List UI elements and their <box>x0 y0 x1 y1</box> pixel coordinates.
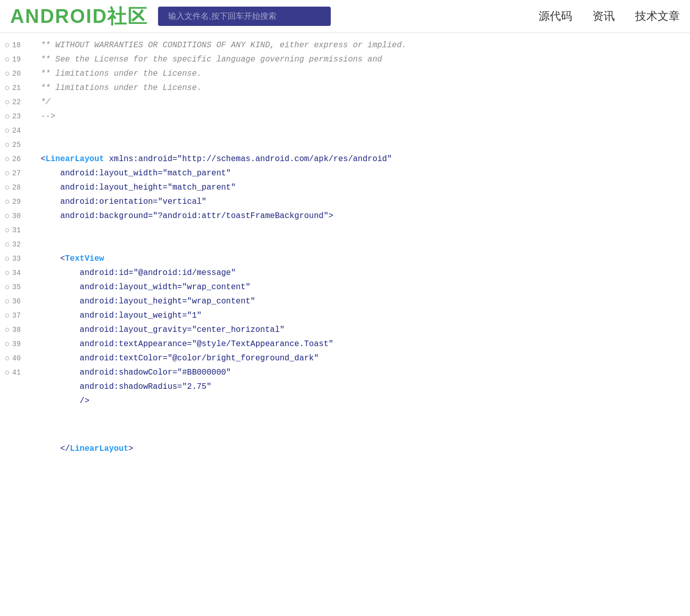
code-text: android:layout_width="wrap_content" <box>41 280 250 294</box>
code-text: android:layout_width="match_parent" <box>41 166 231 180</box>
code-text: android:shadowRadius="2.75" <box>41 380 211 394</box>
code-text: android:shadowColor="#BB000000" <box>41 365 231 380</box>
line-bullet <box>5 186 9 190</box>
line-bullet <box>5 157 9 161</box>
line-numbers: 18 19 20 21 22 23 24 25 26 27 28 29 30 3… <box>0 38 36 456</box>
code-text: LinearLayout <box>70 442 129 456</box>
code-text: TextView <box>65 252 104 266</box>
code-text: LinearLayout <box>46 152 104 166</box>
code-line-extra1: android:shadowRadius="2.75" <box>41 380 685 394</box>
code-line-26: <LinearLayout xmlns:android="http://sche… <box>41 152 685 166</box>
line-bullet <box>5 214 9 218</box>
line-bullet <box>5 171 9 175</box>
line-number-row: 36 <box>5 294 30 309</box>
code-text: android:layout_weight="1" <box>41 309 202 323</box>
code-text: android:id="@android:id/message" <box>41 266 236 280</box>
code-line-34: android:id="@android:id/message" <box>41 266 685 280</box>
line-number-row: 29 <box>5 195 30 209</box>
line-number-row: 33 <box>5 252 30 266</box>
code-text: xmlns:android="http://schemas.android.co… <box>104 152 392 166</box>
code-text: </ <box>41 442 70 456</box>
code-line-19: ** See the License for the specific lang… <box>41 52 685 67</box>
line-number-row: 26 <box>5 152 30 166</box>
code-line-28: android:layout_height="match_parent" <box>41 180 685 195</box>
code-text: android:layout_height="match_parent" <box>41 180 236 195</box>
line-bullet <box>5 314 9 318</box>
code-line-36: android:layout_height="wrap_content" <box>41 294 685 309</box>
code-line-30: android:background="?android:attr/toastF… <box>41 209 685 223</box>
code-line-18: ** WITHOUT WARRANTIES OR CONDITIONS OF A… <box>41 38 685 52</box>
code-text: ** limitations under the License. <box>41 81 202 95</box>
code-line-33: <TextView <box>41 252 685 266</box>
line-number-row: 40 <box>5 351 30 365</box>
line-bullet <box>5 242 9 247</box>
code-text: android:textColor="@color/bright_foregro… <box>41 351 319 365</box>
code-line-close: </LinearLayout> <box>41 442 685 456</box>
line-number-row: 20 <box>5 67 30 81</box>
code-text: */ <box>41 95 50 109</box>
code-line-41: android:shadowColor="#BB000000" <box>41 365 685 380</box>
line-bullet <box>5 285 9 289</box>
line-number-row: 18 <box>5 38 30 52</box>
nav-source-code[interactable]: 源代码 <box>539 9 572 24</box>
code-text: < <box>41 152 46 166</box>
nav-news[interactable]: 资讯 <box>592 9 615 24</box>
nav-articles[interactable]: 技术文章 <box>635 9 680 24</box>
code-text: /> <box>41 394 89 408</box>
line-bullet <box>5 100 9 104</box>
line-number-row: 19 <box>5 52 30 67</box>
line-bullet <box>5 299 9 303</box>
code-line-extra4 <box>41 422 685 437</box>
line-bullet <box>5 86 9 90</box>
code-line-27: android:layout_width="match_parent" <box>41 166 685 180</box>
line-number-row: 28 <box>5 180 30 195</box>
line-bullet <box>5 200 9 204</box>
line-bullet <box>5 57 9 61</box>
code-text: --> <box>41 109 55 124</box>
line-bullet <box>5 228 9 232</box>
code-line-32 <box>41 237 685 252</box>
code-text: > <box>129 442 134 456</box>
line-bullet <box>5 257 9 261</box>
code-text: ** limitations under the License. <box>41 67 202 81</box>
line-number-row: 35 <box>5 280 30 294</box>
line-number-row: 24 <box>5 124 30 138</box>
code-line-29: android:orientation="vertical" <box>41 195 685 209</box>
line-number-row: 31 <box>5 223 30 237</box>
line-number-row: 23 <box>5 109 30 124</box>
code-content: ** WITHOUT WARRANTIES OR CONDITIONS OF A… <box>36 38 690 456</box>
nav-links: 源代码 资讯 技术文章 <box>539 9 680 24</box>
line-bullet <box>5 129 9 133</box>
code-line-40: android:textColor="@color/bright_foregro… <box>41 351 685 365</box>
line-number-row: 22 <box>5 95 30 109</box>
search-input[interactable] <box>158 7 331 26</box>
line-bullet <box>5 114 9 118</box>
line-number-row: 27 <box>5 166 30 180</box>
line-bullet <box>5 43 9 47</box>
code-text: android:textAppearance="@style/TextAppea… <box>41 337 333 351</box>
line-number-row: 38 <box>5 323 30 337</box>
line-number-row: 39 <box>5 337 30 351</box>
line-bullet <box>5 328 9 332</box>
code-text: android:layout_gravity="center_horizonta… <box>41 323 285 337</box>
line-number-row: 25 <box>5 138 30 152</box>
code-text: android:layout_height="wrap_content" <box>41 294 255 309</box>
line-bullet <box>5 143 9 147</box>
line-bullet <box>5 371 9 375</box>
code-line-37: android:layout_weight="1" <box>41 309 685 323</box>
code-text: < <box>41 252 65 266</box>
site-title: ANDROID社区 <box>10 4 148 29</box>
code-line-31 <box>41 223 685 237</box>
line-bullet <box>5 271 9 275</box>
line-number-row: 34 <box>5 266 30 280</box>
line-bullet <box>5 342 9 346</box>
code-line-extra3 <box>41 408 685 422</box>
code-line-25 <box>41 138 685 152</box>
code-text: android:background="?android:attr/toastF… <box>41 209 333 223</box>
line-number-row: 21 <box>5 81 30 95</box>
code-text: ** See the License for the specific lang… <box>41 52 382 67</box>
code-line-extra2: /> <box>41 394 685 408</box>
line-number-row: 41 <box>5 365 30 380</box>
code-line-23: --> <box>41 109 685 124</box>
line-bullet <box>5 356 9 360</box>
